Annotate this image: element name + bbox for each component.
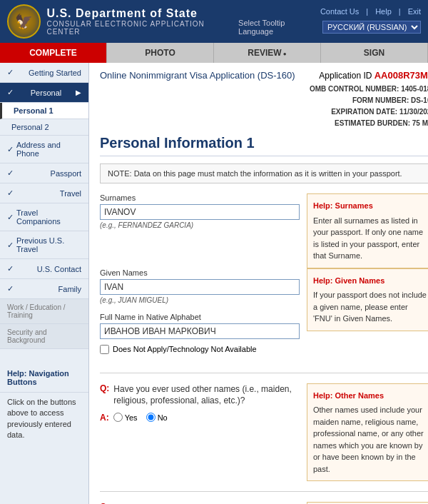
sidebar-item-prev-us-travel[interactable]: ✓ Previous U.S. Travel (0, 231, 88, 259)
header-logo: 🦅 U.S. Department of State CONSULAR ELEC… (7, 4, 238, 39)
surnames-label: Surnames (100, 193, 300, 202)
contact-us-link[interactable]: Contact Us (320, 7, 359, 16)
form-num-label: FORM NUMBER: (352, 96, 409, 104)
help-surnames-title: Help: Surnames (313, 200, 428, 212)
tab-photo[interactable]: PHOTO (107, 43, 214, 63)
check-icon-us-contact: ✓ (7, 264, 14, 273)
given-names-left: Given Names (e.g., JUAN MIGUEL) Full Nam… (100, 268, 300, 363)
q1-section: Q: Have you ever used other names (i.e.,… (100, 383, 428, 482)
sidebar-label-getting-started: Getting Started (29, 69, 81, 77)
help-other-names-box: Help: Other Names Other names used inclu… (307, 383, 428, 482)
help-surnames-box: Help: Surnames Enter all surnames as lis… (307, 193, 428, 268)
top-links: Contact Us | Help | Exit (320, 7, 421, 16)
lang-selector: Select Tooltip Language РУССКИЙ (RUSSIAN… (238, 19, 421, 36)
lang-select[interactable]: РУССКИЙ (RUSSIAN) ENGLISH (322, 21, 421, 34)
main-container: ✓ Getting Started ✓ Personal ▶ Personal … (0, 63, 428, 504)
form-meta: OMB CONTROL NUMBER: 1405-0182 FORM NUMBE… (100, 84, 428, 129)
checkbox-label: Does Not Apply/Technology Not Available (113, 345, 257, 353)
page-title: Personal Information 1 (100, 135, 428, 156)
surnames-hint: (e.g., FERNANDEZ GARCIA) (100, 221, 300, 229)
native-alpha-field: Full Name in Native Alphabet Does Not Ap… (100, 313, 300, 354)
help-other-names-title: Help: Other Names (313, 390, 428, 402)
app-info-bar: Online Nonimmigrant Visa Application (DS… (100, 70, 428, 81)
q1-row: Q: Have you ever used other names (i.e.,… (100, 383, 300, 408)
q1-question: Q: Have you ever used other names (i.e.,… (100, 383, 300, 423)
help-other-names-text: Other names used include your maiden nam… (313, 404, 428, 475)
burden-value: 75 MIN (412, 119, 428, 127)
q1-answer-row: A: Yes No (100, 411, 300, 423)
sidebar-sub-personal2[interactable]: Personal 2 (0, 119, 88, 136)
check-icon-companions: ✓ (7, 213, 14, 222)
sidebar-label-work-edu: Work / Education / Training (7, 303, 81, 319)
app-title: Online Nonimmigrant Visa Application (DS… (100, 70, 295, 81)
not-apply-checkbox[interactable] (100, 345, 109, 354)
q1-a-label: A: (100, 413, 109, 423)
sidebar-label-passport: Passport (51, 169, 81, 178)
omb-value: 1405-0182 (401, 85, 428, 93)
tab-complete[interactable]: COMPLETE (0, 43, 107, 63)
given-names-input[interactable] (100, 279, 300, 295)
sidebar-item-work-edu[interactable]: Work / Education / Training (0, 299, 88, 324)
sidebar-sub-personal1[interactable]: Personal 1 (0, 103, 88, 119)
header-right: Contact Us | Help | Exit Select Tooltip … (238, 7, 421, 36)
lang-label: Select Tooltip Language (238, 19, 320, 36)
q1-no-option[interactable]: No (146, 413, 168, 422)
sidebar-label-personal: Personal (31, 89, 61, 97)
sidebar-item-family[interactable]: ✓ Family (0, 279, 88, 299)
help-given-title: Help: Given Names (313, 275, 428, 287)
surnames-input[interactable] (100, 204, 300, 220)
sidebar-item-getting-started[interactable]: ✓ Getting Started (0, 63, 88, 83)
sidebar-label-personal1: Personal 1 (14, 106, 54, 115)
app-id-value: AA008R73MG (374, 70, 428, 81)
checkbox-row: Does Not Apply/Technology Not Available (100, 345, 300, 354)
check-icon-prev-us: ✓ (7, 241, 14, 250)
sidebar-label-travel: Travel (60, 189, 81, 198)
sidebar-label-personal2: Personal 2 (11, 123, 49, 131)
check-icon-family: ✓ (7, 284, 14, 293)
tab-review[interactable]: REVIEW (214, 43, 321, 63)
surnames-help: Help: Surnames Enter all surnames as lis… (307, 193, 428, 268)
q1-yes-option[interactable]: Yes (113, 413, 138, 422)
q1-text: Have you ever used other names (i.e., ma… (113, 383, 300, 408)
sidebar: ✓ Getting Started ✓ Personal ▶ Personal … (0, 63, 89, 504)
native-alpha-label: Full Name in Native Alphabet (100, 313, 300, 321)
check-icon: ✓ (7, 68, 14, 77)
content-area: Online Nonimmigrant Visa Application (DS… (89, 63, 428, 504)
q1-yes-radio[interactable] (113, 413, 123, 422)
dept-sub: CONSULAR ELECTRONIC APPLICATION CENTER (46, 20, 238, 36)
sidebar-item-us-contact[interactable]: ✓ U.S. Contact (0, 259, 88, 279)
sidebar-label-family: Family (58, 285, 81, 293)
q1-no-radio[interactable] (146, 413, 156, 422)
header-title: U.S. Department of State CONSULAR ELECTR… (46, 7, 238, 36)
app-id-block: Application ID AA008R73MG (319, 70, 428, 81)
sidebar-item-companions[interactable]: ✓ Travel Companions (0, 203, 88, 231)
dept-name: U.S. Department of State (46, 7, 238, 20)
sidebar-label-us-contact: U.S. Contact (37, 265, 81, 273)
check-icon-passport: ✓ (7, 168, 14, 178)
sidebar-item-address[interactable]: ✓ Address and Phone (0, 136, 88, 163)
app-id-label: Application ID (319, 71, 372, 81)
help-given-box: Help: Given Names If your passport does … (307, 268, 428, 331)
header: 🦅 U.S. Department of State CONSULAR ELEC… (0, 0, 428, 43)
q1-q-label: Q: (100, 383, 109, 393)
sidebar-label-security: Security and Background (7, 328, 81, 344)
link-sep1: | (366, 7, 368, 16)
q1-no-label: No (158, 413, 168, 422)
nav-tabs: COMPLETE PHOTO REVIEW SIGN (0, 43, 428, 63)
sidebar-help-title: Help: Navigation Buttons (0, 363, 88, 393)
burden-label: ESTIMATED BURDEN: (335, 119, 410, 127)
check-icon-travel: ✓ (7, 188, 14, 198)
sidebar-item-personal[interactable]: ✓ Personal ▶ (0, 83, 88, 103)
native-alpha-input[interactable] (100, 323, 300, 339)
seal-icon: 🦅 (7, 4, 41, 39)
sidebar-item-passport[interactable]: ✓ Passport (0, 163, 88, 183)
sidebar-item-travel[interactable]: ✓ Travel (0, 183, 88, 203)
help-link[interactable]: Help (375, 7, 392, 16)
sidebar-item-security[interactable]: Security and Background (0, 324, 88, 349)
sidebar-help-text: Click on the buttons above to access pre… (0, 393, 88, 445)
exp-label: EXPIRATION DATE: (331, 108, 397, 116)
exit-link[interactable]: Exit (408, 7, 421, 16)
form-num-value: DS-160 (411, 96, 428, 104)
tab-sign[interactable]: SIGN (321, 43, 428, 63)
divider1 (100, 373, 428, 373)
